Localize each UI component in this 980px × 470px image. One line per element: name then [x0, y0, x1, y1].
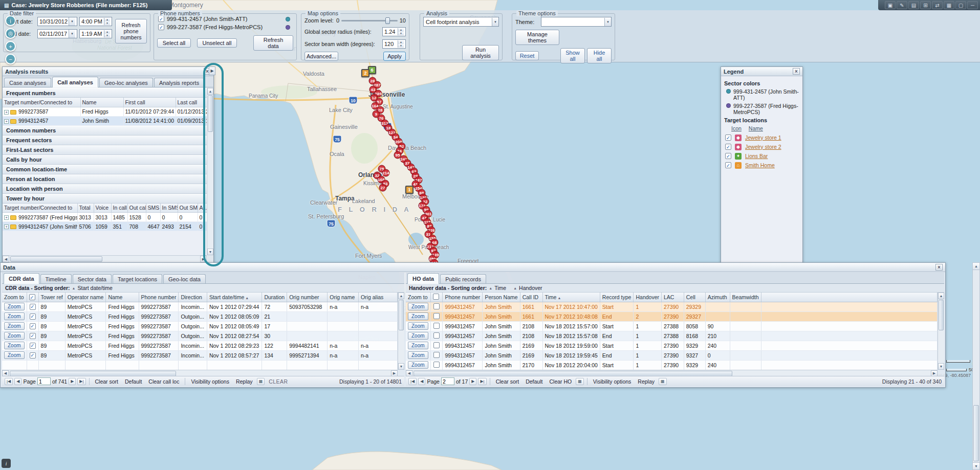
map-attribution-icon[interactable]: i — [2, 459, 11, 468]
location-link[interactable]: Smith Home — [745, 162, 775, 168]
table-row[interactable]: Zoom✓89MetroPCSFred Higgs9992273587Outgo… — [2, 311, 398, 321]
clear-call-loc-button[interactable]: Clear call loc — [146, 378, 182, 385]
chevron-down-icon[interactable]: ▼ — [492, 18, 498, 26]
scroll-right-icon[interactable]: ▶ — [200, 256, 207, 262]
analysis-tab-geo-loc-analyses[interactable]: Geo-loc analyses — [99, 78, 153, 87]
row-checkbox[interactable] — [433, 362, 440, 368]
table-icon[interactable]: ▦ — [944, 1, 954, 9]
column-header[interactable]: Last call — [176, 98, 207, 107]
data-tab-geo-loc-data[interactable]: Geo-loc data — [163, 274, 206, 283]
analysis-section-first-last-sectors[interactable]: First-Last sectors — [3, 145, 207, 155]
select-all-checkbox[interactable]: ✓ — [29, 294, 35, 300]
ho-vertical-scrollbar[interactable]: ▲ ▼ — [938, 293, 944, 370]
collapse-panel-button[interactable]: ▶ — [209, 66, 215, 75]
run-analysis-button[interactable]: Run analysis — [462, 45, 499, 60]
column-header[interactable]: Orig name — [328, 293, 359, 302]
column-header[interactable]: Handover — [634, 293, 662, 302]
beam-spinner[interactable]: ▲▼ — [398, 40, 404, 48]
column-header[interactable]: Zoom to — [406, 293, 430, 302]
swap-panels-icon[interactable]: ⇄ — [932, 1, 943, 9]
zoom-to-button[interactable]: Zoom — [4, 312, 25, 320]
layout-grid-icon[interactable]: ▦ — [576, 378, 584, 385]
column-header[interactable]: Total — [77, 204, 94, 213]
scroll-down-icon[interactable]: ▼ — [398, 363, 404, 370]
select-all-checkbox[interactable] — [433, 294, 439, 300]
row-checkbox[interactable] — [433, 323, 440, 329]
ho-sort-value-2[interactable]: Handover — [519, 285, 542, 291]
row-checkbox[interactable]: ✓ — [30, 314, 36, 320]
table-row[interactable]: Zoom✓89MetroPCSFred Higgs9992273587Outgo… — [2, 331, 398, 341]
icon-column-header[interactable]: Icon — [731, 125, 742, 131]
table-row[interactable]: Zoom9994312457John Smith2170Nov 18 2012 … — [406, 360, 938, 370]
expand-icon[interactable]: + — [4, 110, 9, 115]
zoom-to-button[interactable]: Zoom — [408, 322, 428, 330]
cdr-sort-value[interactable]: Start date/time — [78, 285, 113, 291]
table-row[interactable] — [2, 360, 398, 370]
layout-grid-icon[interactable]: ▦ — [257, 378, 265, 385]
zoom-to-button[interactable]: Zoom — [4, 351, 25, 359]
column-header[interactable] — [430, 293, 443, 302]
grid-icon[interactable]: ⊞ — [920, 1, 931, 9]
table-row[interactable]: Zoom9994312457John Smith1661Nov 17 2012 … — [406, 311, 938, 321]
column-header[interactable]: Phone number — [443, 293, 483, 302]
expand-icon[interactable]: + — [4, 119, 9, 124]
ho-sort-value[interactable]: Time — [494, 285, 506, 291]
column-header[interactable]: Zoom to — [2, 293, 27, 302]
column-header[interactable]: Cell — [684, 293, 705, 302]
table-row[interactable]: +9994312457 (John Smith)5706105935170846… — [3, 222, 207, 231]
column-header[interactable]: Azimuth — [705, 293, 730, 302]
minimize-icon[interactable]: ─ — [967, 1, 978, 9]
column-header[interactable]: LAC — [662, 293, 684, 302]
next-page-button[interactable]: ▶ — [69, 378, 76, 385]
column-header[interactable]: Direction — [179, 293, 207, 302]
window-icon[interactable]: ▢ — [955, 1, 966, 9]
calendar-dropdown-icon[interactable]: ▼ — [69, 30, 75, 38]
reset-button[interactable]: Reset — [515, 51, 539, 60]
apply-button[interactable]: Apply — [383, 52, 406, 61]
scroll-down-icon[interactable]: ▼ — [207, 249, 213, 255]
analysis-tab-analysis-reports[interactable]: Analysis reports — [154, 78, 204, 87]
start-date-input[interactable]: 10/31/2012 ▼ — [37, 17, 77, 26]
page-input[interactable] — [37, 377, 51, 385]
layout-grid-icon[interactable]: ▦ — [659, 378, 667, 385]
column-header[interactable]: Target number/Connected to — [3, 98, 80, 107]
scroll-left-icon[interactable]: ◀ — [3, 256, 9, 262]
beam-width-input[interactable]: 120 ▲▼ — [382, 39, 406, 49]
map-zoom-out-button[interactable]: − — [5, 54, 16, 64]
column-header[interactable]: A... — [198, 204, 207, 213]
map-select-button[interactable]: ◎ — [5, 28, 16, 39]
table-row[interactable]: +9992273587 (Fred Higgs)3013301314851528… — [3, 213, 207, 222]
column-header[interactable]: Operator name — [65, 293, 106, 302]
default-button[interactable]: Default — [122, 378, 144, 385]
hide-all-button[interactable]: Hide all — [587, 48, 612, 63]
row-checkbox[interactable] — [433, 303, 440, 309]
visibility-options-button[interactable]: Visibility options — [591, 378, 634, 385]
location-checkbox[interactable]: ✓ — [725, 162, 731, 168]
zoom-to-button[interactable]: Zoom — [4, 342, 25, 349]
sort-ascending-icon[interactable]: ▲ — [489, 286, 492, 290]
prev-page-button[interactable]: ◀ — [418, 378, 425, 385]
scrollbar-thumb[interactable] — [10, 371, 176, 376]
location-checkbox[interactable]: ✓ — [725, 153, 731, 159]
sort-ascending-icon[interactable]: ▲ — [72, 286, 76, 290]
data-tab-sector-data[interactable]: Sector data — [73, 274, 112, 283]
analysis-section-tower-by-hour[interactable]: Tower by hour — [3, 194, 207, 204]
select-all-button[interactable]: Select all — [157, 38, 191, 48]
column-header[interactable]: Tower ref — [38, 293, 65, 302]
table-row[interactable]: +9994312457John Smith11/08/2012 14:41:00… — [3, 116, 207, 125]
column-header[interactable]: Target number/Connected to — [3, 204, 77, 213]
column-header[interactable]: Orig number — [287, 293, 328, 302]
column-header[interactable]: Out call — [127, 204, 146, 213]
next-page-button[interactable]: ▶ — [469, 378, 476, 385]
table-row[interactable]: Zoom9994312457John Smith2169Nov 18 2012 … — [406, 350, 938, 360]
scroll-up-icon[interactable]: ▲ — [398, 293, 404, 299]
row-checkbox[interactable]: ✓ — [30, 304, 36, 310]
scroll-down-icon[interactable]: ▼ — [973, 462, 979, 469]
data-tab-public-records[interactable]: Public records — [440, 274, 486, 283]
close-icon[interactable]: × — [935, 264, 943, 271]
row-checkbox[interactable]: ✓ — [30, 333, 36, 339]
column-header[interactable]: Duration — [262, 293, 287, 302]
zoom-to-button[interactable]: Zoom — [408, 312, 428, 320]
chevron-down-icon[interactable]: ▼ — [604, 18, 611, 26]
column-header[interactable]: Time ▲ — [542, 293, 600, 302]
